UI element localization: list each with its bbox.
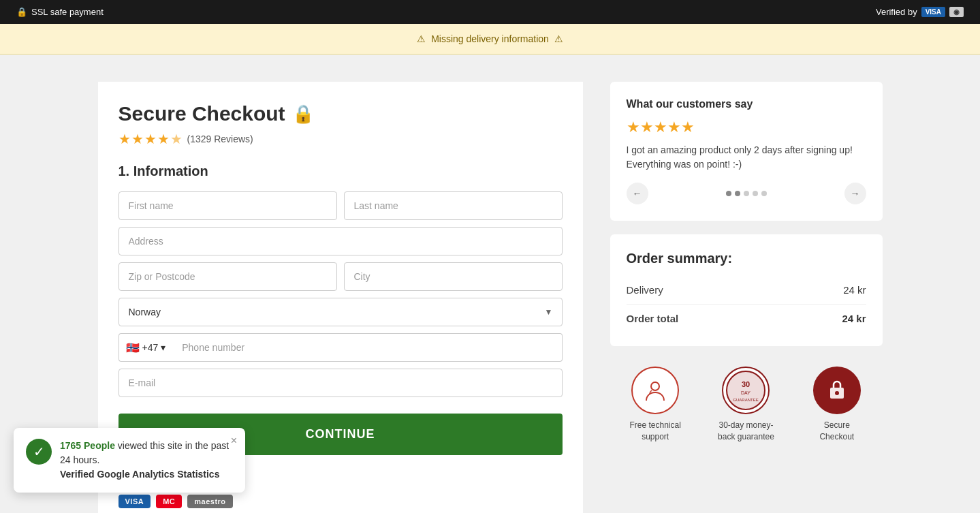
right-panel: What our customers say ★★★★★ I got an am…	[610, 82, 883, 513]
toast-highlight: 1765 People	[60, 440, 115, 451]
testimonial-next-button[interactable]: →	[844, 183, 866, 204]
lock-icon: 🔒	[16, 7, 27, 17]
visa-badge: VISA	[921, 7, 945, 17]
country-select[interactable]: Norway Sweden Denmark Finland Germany Un…	[118, 298, 563, 326]
toast-close-button[interactable]: ×	[231, 435, 237, 447]
testimonial-title: What our customers say	[627, 98, 866, 110]
reviews-count: (1329 Reviews)	[187, 134, 253, 144]
toast-check-icon: ✓	[26, 439, 52, 465]
warning-message: Missing delivery information	[431, 33, 549, 44]
trust-badge-secure: Secure Checkout	[806, 367, 868, 443]
country-selector-wrap: Norway Sweden Denmark Finland Germany Un…	[118, 298, 563, 326]
svg-point-0	[651, 382, 659, 390]
ssl-label: 🔒 SSL safe payment	[16, 7, 104, 17]
star-rating: ★★★★★	[118, 131, 183, 147]
order-total-value: 24 kr	[842, 313, 866, 324]
testimonial-stars: ★★★★★	[627, 119, 866, 136]
phone-prefix-selector[interactable]: 🇳🇴 +47 ▾	[118, 333, 173, 362]
top-bar: 🔒 SSL safe payment Verified by VISA ◉	[0, 0, 980, 24]
email-row	[118, 369, 563, 397]
moneyback-icon: 30 DAY GUARANTEE	[722, 367, 770, 414]
delivery-value: 24 kr	[843, 284, 866, 296]
dot-5	[761, 191, 767, 196]
warning-banner: ⚠ Missing delivery information ⚠	[0, 24, 980, 55]
order-summary-title: Order summary:	[627, 251, 866, 266]
phone-input[interactable]	[172, 333, 562, 362]
dot-4	[753, 191, 758, 196]
svg-text:30: 30	[742, 380, 750, 388]
visa-payment-icon: VISA	[118, 495, 151, 508]
testimonial-text: I got an amazing product only 2 days aft…	[627, 143, 866, 172]
svg-point-7	[835, 391, 839, 395]
payment-icons-row: VISA MC maestro	[118, 495, 563, 508]
zip-input[interactable]	[118, 262, 337, 291]
toast-verified-label: Verified Google Analytics Statistics	[60, 469, 219, 480]
order-total-label: Order total	[627, 313, 679, 324]
testimonial-card: What our customers say ★★★★★ I got an am…	[610, 82, 883, 221]
dot-2	[735, 191, 740, 196]
support-icon	[631, 367, 679, 414]
zip-city-row	[118, 262, 563, 291]
secure-icon	[813, 367, 861, 414]
secure-label: Secure Checkout	[806, 420, 868, 443]
toast-text: 1765 People viewed this site in the past…	[60, 439, 233, 482]
dot-3	[744, 191, 749, 196]
testimonial-prev-button[interactable]: ←	[627, 183, 648, 204]
phone-flag: 🇳🇴	[126, 341, 140, 354]
reviews-row: ★★★★★ (1329 Reviews)	[118, 131, 563, 147]
city-input[interactable]	[344, 262, 563, 291]
delivery-row: Delivery 24 kr	[627, 279, 866, 301]
warning-icon-right: ⚠	[554, 33, 563, 44]
maestro-payment-icon: maestro	[187, 495, 232, 508]
page-title: Secure Checkout 🔒	[118, 102, 563, 125]
phone-prefix-arrow: ▾	[161, 342, 165, 353]
svg-text:GUARANTEE: GUARANTEE	[733, 398, 759, 402]
order-total-row: Order total 24 kr	[627, 304, 866, 330]
title-lock-icon: 🔒	[292, 104, 314, 125]
moneyback-label: 30-day money-back guarantee	[715, 420, 776, 443]
mastercard-payment-icon: MC	[156, 495, 182, 508]
address-row	[118, 227, 563, 255]
warning-icon-left: ⚠	[417, 33, 426, 44]
testimonial-dots	[726, 191, 767, 196]
verified-by: Verified by VISA ◉	[876, 7, 964, 17]
order-summary-card: Order summary: Delivery 24 kr Order tota…	[610, 234, 883, 346]
email-input[interactable]	[118, 369, 563, 397]
toast-notification: ✓ 1765 People viewed this site in the pa…	[14, 428, 245, 493]
trust-badge-moneyback: 30 DAY GUARANTEE 30-day money-back guara…	[715, 367, 776, 443]
phone-row: 🇳🇴 +47 ▾	[118, 333, 563, 362]
support-label: Free technical support	[625, 420, 686, 443]
first-name-input[interactable]	[118, 191, 337, 220]
mc-badge: ◉	[949, 7, 964, 17]
trust-badges: Free technical support 30 DAY GUARANTEE …	[610, 360, 883, 443]
trust-badge-support: Free technical support	[625, 367, 686, 443]
dot-1	[726, 191, 731, 196]
address-input[interactable]	[118, 227, 563, 255]
phone-prefix-code: +47	[142, 342, 159, 353]
last-name-input[interactable]	[344, 191, 563, 220]
testimonial-nav: ← →	[627, 183, 866, 204]
section-information-title: 1. Information	[118, 164, 563, 179]
delivery-label: Delivery	[627, 284, 663, 296]
name-row	[118, 191, 563, 220]
svg-text:DAY: DAY	[742, 390, 751, 395]
